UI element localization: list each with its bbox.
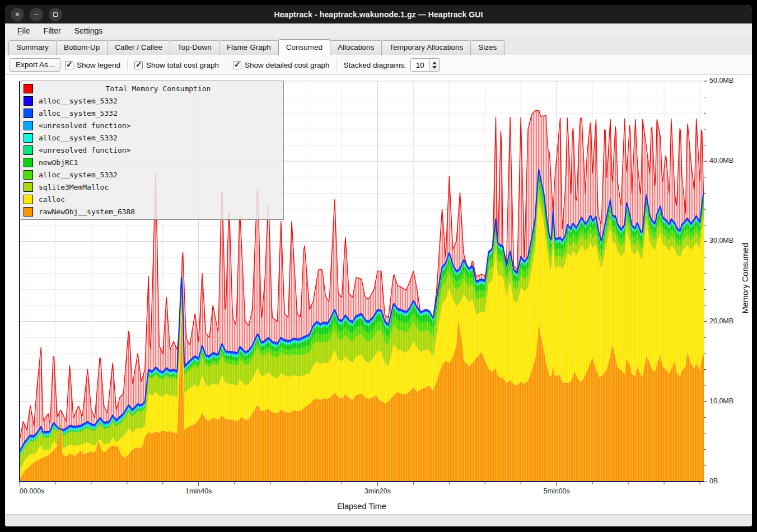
checkbox-icon (233, 61, 241, 69)
legend-row-total: Total Memory Consumption (21, 82, 283, 95)
spinner-up-icon[interactable] (432, 62, 437, 64)
x-tick-label: 3min20s (365, 487, 391, 495)
y-tick-label: 40,0MB (709, 157, 733, 164)
chart-toolbar: Export As... Show legend Show total cost… (5, 55, 752, 74)
menu-filter[interactable]: Filter (38, 25, 67, 36)
spinner-down-icon[interactable] (432, 66, 437, 69)
tab-consumed[interactable]: Consumed (278, 39, 330, 55)
legend-row: rawNewObj__system_6388 (21, 205, 283, 218)
status-bar (5, 514, 752, 526)
legend-swatch-cyan (24, 133, 33, 143)
stacked-diagrams-spinner[interactable]: 10 (410, 58, 440, 72)
close-icon: ✕ (15, 11, 20, 18)
y-tick-label: 10,0MB (709, 397, 733, 405)
tab-allocations[interactable]: Allocations (330, 40, 382, 55)
show-detailed-cost-checkbox[interactable]: Show detailed cost graph (233, 61, 330, 69)
legend-row: alloc__system_5332 (21, 131, 283, 144)
y-tick-label: 20,0MB (709, 317, 733, 325)
tab-bottom-up[interactable]: Bottom-Up (56, 40, 108, 55)
legend-row: alloc__system_5332 (21, 95, 283, 107)
legend-swatch-blue (24, 109, 33, 118)
legend-swatch-lightblue (24, 121, 33, 130)
tab-bar: Summary Bottom-Up Caller / Callee Top-Do… (5, 39, 752, 55)
y-tick-label: 0B (709, 477, 718, 485)
heaptrack-window: ✕ ─ Heaptrack - heaptrack.wakunode.1.gz … (5, 5, 752, 526)
tab-sizes[interactable]: Sizes (470, 40, 504, 55)
export-as-button[interactable]: Export As... (10, 58, 60, 72)
menu-file[interactable]: File (12, 25, 36, 36)
x-tick-label: 00.000s (20, 487, 44, 495)
screen-background: ✕ ─ Heaptrack - heaptrack.wakunode.1.gz … (0, 0, 757, 532)
legend-swatch-green (24, 158, 33, 167)
legend-swatch-darkblue (24, 96, 33, 106)
legend-row: alloc__system_5332 (21, 107, 283, 119)
legend-swatch-red (24, 84, 33, 93)
minimize-button[interactable]: ─ (30, 8, 43, 21)
maximize-button[interactable] (49, 8, 62, 21)
consumed-chart-panel: Total Memory Consumption alloc__system_5… (5, 74, 752, 514)
toolbar-separator (127, 59, 128, 70)
tab-temporary-allocations[interactable]: Temporary Allocations (381, 40, 471, 55)
menu-bar: File Filter Settings (5, 23, 752, 39)
title-bar[interactable]: ✕ ─ Heaptrack - heaptrack.wakunode.1.gz … (5, 5, 752, 23)
show-legend-checkbox[interactable]: Show legend (65, 61, 120, 69)
legend-swatch-springgreen (24, 145, 33, 155)
checkbox-icon (65, 61, 73, 69)
legend-swatch-yellow (24, 195, 33, 204)
legend-row: newObjRC1 (21, 156, 283, 168)
menu-settings[interactable]: Settings (69, 25, 109, 36)
toolbar-separator (337, 59, 337, 70)
legend-swatch-yellowgreen (24, 182, 33, 192)
x-tick-label: 5min00s (544, 487, 570, 495)
y-tick-label: 50,0MB (709, 77, 733, 84)
legend-row: sqlite3MemMalloc (21, 181, 283, 193)
legend-row: <unresolved function> (21, 119, 283, 131)
legend-row: calloc (21, 193, 283, 205)
legend-row: <unresolved function> (21, 144, 283, 156)
legend-row: alloc__system_5332 (21, 168, 283, 181)
maximize-icon (53, 12, 58, 17)
stacked-diagrams-label: Stacked diagrams: (344, 61, 406, 69)
window-controls: ✕ ─ (11, 8, 62, 21)
tab-caller-callee[interactable]: Caller / Callee (107, 40, 170, 55)
x-axis-title: Elapsed Time (337, 502, 386, 511)
show-total-cost-checkbox[interactable]: Show total cost graph (134, 61, 219, 69)
minimize-icon: ─ (34, 11, 38, 17)
tab-summary[interactable]: Summary (8, 40, 57, 55)
tab-flame-graph[interactable]: Flame Graph (219, 40, 279, 55)
chart-legend: Total Memory Consumption alloc__system_5… (21, 81, 284, 220)
tab-top-down[interactable]: Top-Down (170, 40, 219, 55)
toolbar-separator (226, 59, 226, 70)
x-tick-label: 1min40s (185, 487, 212, 495)
window-title: Heaptrack - heaptrack.wakunode.1.gz — He… (5, 10, 752, 19)
legend-swatch-brightgreen (24, 170, 33, 180)
close-button[interactable]: ✕ (11, 8, 24, 21)
y-axis-title: Memory Consumed (741, 243, 750, 314)
stacked-diagrams-value[interactable]: 10 (410, 58, 429, 72)
y-tick-label: 30,0MB (709, 237, 733, 244)
legend-swatch-orange (24, 207, 33, 216)
checkbox-icon (134, 61, 143, 69)
spinner-buttons[interactable] (429, 58, 440, 72)
